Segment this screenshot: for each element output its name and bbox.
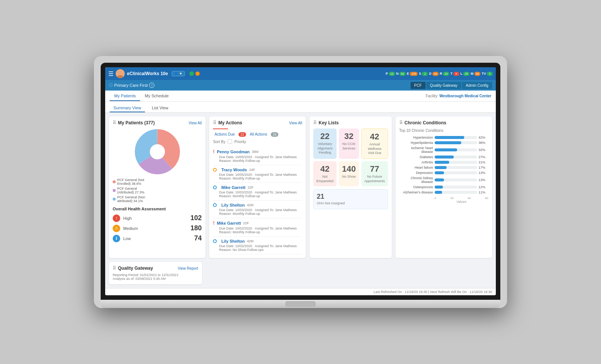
priority-icon-low-3 bbox=[213, 203, 217, 207]
pie-labels: PCF General (NotEnrolled) 38.6% PCF Gene… bbox=[113, 178, 202, 203]
secondary-nav-tabs: PCF Quality Gateway Admin Config bbox=[411, 82, 492, 89]
my-actions-view-all[interactable]: View All bbox=[289, 121, 302, 125]
pie-chart-container bbox=[113, 129, 202, 174]
actions-grid-icon: ⠿ bbox=[213, 120, 216, 125]
priority-icon-high-0: ! bbox=[213, 149, 214, 154]
chronic-conditions-card: ⠿ Chronic Conditions Top 10 Chronic Cond… bbox=[396, 116, 492, 258]
quality-analysis-as-of: Analysis as of: 03/08/2021 5:45 AM bbox=[113, 277, 198, 281]
bar-hypertension: Hypertension 42% bbox=[399, 136, 488, 139]
action-age-0: 30M bbox=[252, 150, 259, 154]
tab-my-patients[interactable]: My Patients bbox=[110, 91, 140, 101]
nav-badge-n[interactable]: N 56 bbox=[396, 72, 406, 76]
action-name-0[interactable]: Penny Goodman bbox=[217, 150, 249, 154]
action-item-3[interactable]: Lily Shelton 42M Due Date: 10/03/2020 As… bbox=[213, 201, 302, 218]
tab-admin-config[interactable]: Admin Config bbox=[462, 82, 492, 89]
nav-badge-t[interactable]: T 5 bbox=[450, 72, 459, 76]
action-item-1[interactable]: Tracy Woods 24F Due Date: 10/05/2020 Ass… bbox=[213, 165, 302, 183]
bar-fill-depression bbox=[435, 171, 444, 174]
my-patients-header: ⠿ My Patients (377) View All bbox=[113, 120, 202, 125]
action-age-5: 42M bbox=[247, 239, 254, 243]
health-assessment-section: Overall Health Assessment ! High 102 ⚠ M… bbox=[113, 207, 202, 242]
bar-fill-kidney bbox=[435, 178, 444, 181]
action-item-4[interactable]: ! Mike Garrett 22F Due Date: 10/02/2020 … bbox=[213, 218, 302, 237]
chronic-conditions-title: ⠿ Chronic Conditions bbox=[399, 120, 446, 125]
action-item-2[interactable]: Mike Garrett 22F Due Date: 10/03/2020 As… bbox=[213, 183, 302, 201]
chronic-bars: Hypertension 42% Hyperlipidemia 38% bbox=[399, 136, 488, 194]
status-bar: Last Refreshed On : 11/18/20 18:30 | Nex… bbox=[105, 288, 496, 295]
quality-grid-icon: ⠿ bbox=[113, 266, 116, 271]
action-details-5: Due Date: 10/02/2020 Assigned To: Jane M… bbox=[213, 244, 302, 252]
action-item-0[interactable]: ! Penny Goodman 30M Due Date: 10/05/2020… bbox=[213, 147, 302, 165]
my-actions-title: ⠿ My Actions bbox=[213, 120, 242, 125]
avatar bbox=[116, 69, 125, 78]
user-badge[interactable]: 👤 ▼ bbox=[172, 71, 184, 76]
health-icon-medium: ⚠ bbox=[113, 225, 120, 232]
actions-list[interactable]: ! Penny Goodman 30M Due Date: 10/05/2020… bbox=[213, 147, 302, 254]
action-name-5[interactable]: Lily Shelton bbox=[221, 239, 245, 243]
filter-all-actions[interactable]: All Actions bbox=[248, 131, 269, 137]
oha-not-assigned-card[interactable]: 21 OHA Not Assigned bbox=[313, 189, 388, 209]
priority-icon-high-4: ! bbox=[213, 221, 214, 226]
bar-fill-heart-failure bbox=[435, 166, 447, 169]
nav-badge-r[interactable]: R 10 bbox=[440, 72, 449, 76]
my-patients-view-all[interactable]: View All bbox=[189, 121, 202, 125]
action-age-4: 22F bbox=[243, 221, 249, 225]
key-list-voluntary[interactable]: 22 Voluntary Alignment Pending bbox=[313, 128, 337, 159]
pie-dot-non-attributed bbox=[113, 198, 116, 201]
chronic-grid-icon: ⠿ bbox=[399, 120, 403, 125]
pie-dot-attributed bbox=[113, 189, 116, 192]
health-row-low: ℹ Low 74 bbox=[113, 234, 202, 242]
action-name-4[interactable]: Mike Garrett bbox=[217, 221, 241, 225]
key-list-not-empaneled[interactable]: 42 Not Empaneled bbox=[313, 161, 337, 186]
key-lists-grid: 22 Voluntary Alignment Pending 32 No CCM… bbox=[313, 128, 388, 186]
key-list-no-future-appt[interactable]: 77 No Future Appointments bbox=[361, 161, 388, 186]
view-tab-list[interactable]: List View bbox=[148, 104, 172, 112]
action-age-2: 22F bbox=[248, 186, 254, 189]
my-actions-card: ⠿ My Actions View All Actions Due 22 All… bbox=[209, 116, 306, 258]
health-row-medium: ⚠ Medium 180 bbox=[113, 224, 202, 232]
bar-kidney: Chronic kidney disease 13% bbox=[399, 176, 488, 184]
bar-fill-arthritis bbox=[435, 161, 450, 164]
key-list-no-show[interactable]: 140 No Show bbox=[339, 161, 359, 186]
key-lists-card: ⠿ Key Lists 22 Voluntary Alignment Pendi… bbox=[310, 116, 392, 258]
nav-badge-e[interactable]: E 156 bbox=[407, 72, 418, 76]
key-list-annual-wellness[interactable]: 42 Annual Wellness Visit Due bbox=[361, 128, 388, 159]
my-patients-card: ⠿ My Patients (377) View All bbox=[109, 116, 205, 258]
view-tab-summary[interactable]: Summary View bbox=[110, 104, 145, 112]
key-lists-title: ⠿ Key Lists bbox=[313, 120, 338, 125]
bar-fill-alzheimer bbox=[435, 191, 442, 194]
quality-gateway-header: ⠿ Quality Gateway View Report bbox=[113, 266, 198, 271]
filter-actions-due[interactable]: Actions Due bbox=[213, 131, 236, 137]
bar-fill-diabetes bbox=[435, 156, 454, 159]
nav-badge-l[interactable]: L 25 bbox=[461, 72, 470, 76]
action-name-3[interactable]: Lily Shelton bbox=[221, 203, 245, 207]
sort-checkbox[interactable] bbox=[228, 139, 232, 144]
bar-depression: Depression 13% bbox=[399, 171, 488, 175]
my-actions-header: ⠿ My Actions View All bbox=[213, 120, 302, 125]
main-content: ⠿ My Patients (377) View All bbox=[105, 113, 496, 262]
nav-badge-s[interactable]: S 2 bbox=[419, 72, 428, 76]
tab-my-schedule[interactable]: My Schedule bbox=[140, 91, 173, 101]
action-name-1[interactable]: Tracy Woods bbox=[221, 168, 247, 172]
health-row-high: ! High 102 bbox=[113, 214, 202, 222]
primary-care-label: ⓘ Primary Care First ? bbox=[109, 83, 154, 88]
quality-view-report[interactable]: View Report bbox=[178, 266, 198, 270]
key-list-no-ccm[interactable]: 32 No CCM Services bbox=[339, 128, 359, 159]
action-name-2[interactable]: Mike Garrett bbox=[221, 185, 245, 190]
svg-point-5 bbox=[150, 144, 165, 159]
nav-badge-d[interactable]: D 36 bbox=[429, 72, 438, 76]
tab-quality-gateway[interactable]: Quality Gateway bbox=[426, 82, 461, 89]
quality-reporting-period: Reporting Period: 01/01/2021 to 12/31/20… bbox=[113, 273, 198, 277]
my-patients-title: ⠿ My Patients (377) bbox=[113, 120, 155, 125]
actions-divider bbox=[213, 128, 228, 129]
help-icon[interactable]: ? bbox=[149, 83, 154, 88]
nav-badge-m[interactable]: M 58 bbox=[471, 72, 480, 76]
action-age-3: 42M bbox=[247, 203, 254, 207]
nav-badge-tv[interactable]: TV 5 bbox=[482, 72, 493, 76]
action-item-5[interactable]: Lily Shelton 42M Due Date: 10/02/2020 As… bbox=[213, 237, 302, 254]
second-row: ⠿ Quality Gateway View Report Reporting … bbox=[105, 262, 496, 288]
hamburger-icon[interactable]: ☰ bbox=[108, 70, 113, 77]
nav-badge-p[interactable]: P 12 bbox=[386, 72, 395, 76]
key-lists-grid-icon: ⠿ bbox=[313, 120, 317, 125]
tab-pcf[interactable]: PCF bbox=[411, 82, 426, 89]
